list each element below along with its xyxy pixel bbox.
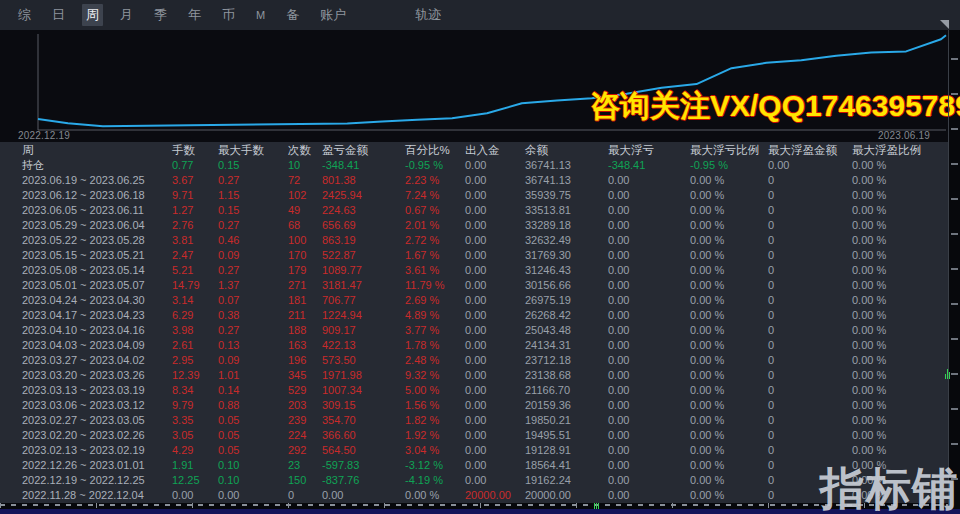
cell: 0.00 <box>608 203 690 218</box>
chart-start-date: 2022.12.19 <box>18 130 70 141</box>
cell: 1.37 <box>218 278 288 293</box>
cell: 3.77 % <box>405 323 465 338</box>
cell: 2.01 % <box>405 218 465 233</box>
cell: 0 <box>768 173 852 188</box>
cell: 0.10 <box>218 473 288 488</box>
cell: 3.35 <box>172 413 218 428</box>
cell: 0.00 % <box>690 173 768 188</box>
cell: 239 <box>288 413 322 428</box>
menu-item-币[interactable]: 币 <box>218 4 239 26</box>
menu-item-周[interactable]: 周 <box>82 4 103 26</box>
cell: 345 <box>288 368 322 383</box>
cell: 0.00 % <box>690 203 768 218</box>
cell: 0.14 <box>218 383 288 398</box>
table-row[interactable]: 2023.04.24 ~ 2023.04.303.140.07181706.77… <box>0 293 948 308</box>
cell: 25043.48 <box>525 323 608 338</box>
cell: 102 <box>288 188 322 203</box>
bottom-scrollbar[interactable] <box>0 509 960 514</box>
table-row[interactable]: 2023.03.06 ~ 2023.03.129.790.88203309.15… <box>0 398 948 413</box>
cell: 0.00 <box>465 398 525 413</box>
table-row[interactable]: 2023.04.17 ~ 2023.04.236.290.382111224.9… <box>0 308 948 323</box>
cell: 0.00 <box>608 488 690 503</box>
cell: 2.47 <box>172 248 218 263</box>
cell: 21166.70 <box>525 383 608 398</box>
cell: 271 <box>288 278 322 293</box>
cell: 0 <box>288 488 322 503</box>
cell: 0 <box>768 188 852 203</box>
cell: 0.00 % <box>690 383 768 398</box>
cell: 3.67 <box>172 173 218 188</box>
cell: 656.69 <box>322 218 405 233</box>
cell: 33289.18 <box>525 218 608 233</box>
table-row[interactable]: 2023.06.12 ~ 2023.06.189.711.151022425.9… <box>0 188 948 203</box>
table-row[interactable]: 2023.03.13 ~ 2023.03.198.340.145291007.3… <box>0 383 948 398</box>
menu-item-备[interactable]: 备 <box>282 4 303 26</box>
cell: 0.05 <box>218 413 288 428</box>
cell: 0 <box>768 278 852 293</box>
cell: 0 <box>768 293 852 308</box>
cell: 0.00 % <box>690 248 768 263</box>
cell: 20000.00 <box>465 488 525 503</box>
cell: 0.27 <box>218 323 288 338</box>
table-row[interactable]: 2023.05.22 ~ 2023.05.283.810.46100863.19… <box>0 233 948 248</box>
table-row[interactable]: 2022.12.19 ~ 2022.12.2512.250.10150-837.… <box>0 473 948 488</box>
table-row[interactable]: 持仓0.770.1510-348.41-0.95 %0.0036741.13-3… <box>0 158 948 173</box>
table-row[interactable]: 2023.05.08 ~ 2023.05.145.210.271791089.7… <box>0 263 948 278</box>
menu-item-轨迹[interactable]: 轨迹 <box>411 4 445 26</box>
cell: 196 <box>288 353 322 368</box>
scroll-corner-arrow-icon[interactable] <box>940 20 949 29</box>
cell: 20000.00 <box>525 488 608 503</box>
cell: 170 <box>288 248 322 263</box>
column-header: 手数 <box>172 142 218 158</box>
cell: 0.00 % <box>852 368 948 383</box>
cell: 0.00 % <box>690 458 768 473</box>
cell: 0.05 <box>218 428 288 443</box>
table-row[interactable]: 2022.12.26 ~ 2023.01.011.910.1023-597.83… <box>0 458 948 473</box>
cell: 1971.98 <box>322 368 405 383</box>
table-row[interactable]: 2023.04.10 ~ 2023.04.163.980.27188909.17… <box>0 323 948 338</box>
cell: 0.00 <box>608 473 690 488</box>
cell: 0.00 <box>608 383 690 398</box>
cell: 0 <box>768 353 852 368</box>
table-row[interactable]: 2023.03.20 ~ 2023.03.2612.391.013451971.… <box>0 368 948 383</box>
menu-item-季[interactable]: 季 <box>150 4 171 26</box>
menu-item-综[interactable]: 综 <box>14 4 35 26</box>
row-period: 2023.05.22 ~ 2023.05.28 <box>22 233 172 248</box>
table-row[interactable]: 2023.05.15 ~ 2023.05.212.470.09170522.87… <box>0 248 948 263</box>
table-row[interactable]: 2023.06.19 ~ 2023.06.253.670.2772801.382… <box>0 173 948 188</box>
cell: 3.05 <box>172 428 218 443</box>
cell: 31246.43 <box>525 263 608 278</box>
table-row[interactable]: 2023.02.13 ~ 2023.02.194.290.05292564.50… <box>0 443 948 458</box>
table-row[interactable]: 2023.02.27 ~ 2023.03.053.350.05239354.70… <box>0 413 948 428</box>
cell: 2.76 <box>172 218 218 233</box>
cell: 0 <box>768 428 852 443</box>
cell: 0.00 % <box>690 353 768 368</box>
cell: 0.27 <box>218 218 288 233</box>
cell: -0.95 % <box>405 158 465 173</box>
cell: 19162.24 <box>525 473 608 488</box>
cell: 0.00 % <box>690 278 768 293</box>
cell: 20159.36 <box>525 398 608 413</box>
table-row[interactable]: 2023.05.29 ~ 2023.06.042.760.2768656.692… <box>0 218 948 233</box>
row-period: 2023.04.24 ~ 2023.04.30 <box>22 293 172 308</box>
cell: 0.00 <box>465 278 525 293</box>
table-row[interactable]: 2023.03.27 ~ 2023.04.022.950.09196573.50… <box>0 353 948 368</box>
row-period: 2023.05.08 ~ 2023.05.14 <box>22 263 172 278</box>
table-row[interactable]: 2023.05.01 ~ 2023.05.0714.791.372713181.… <box>0 278 948 293</box>
table-row[interactable]: 2022.11.28 ~ 2022.12.040.000.0000.000.00… <box>0 488 948 503</box>
menu-item-M[interactable]: M <box>252 4 269 26</box>
table-row[interactable]: 2023.06.05 ~ 2023.06.111.270.1549224.630… <box>0 203 948 218</box>
cell: 0.15 <box>218 203 288 218</box>
menu-item-年[interactable]: 年 <box>184 4 205 26</box>
menu-item-日[interactable]: 日 <box>48 4 69 26</box>
cell: 0.00 % <box>852 278 948 293</box>
cell: 0.05 <box>218 443 288 458</box>
menu-item-月[interactable]: 月 <box>116 4 137 26</box>
cell: 7.24 % <box>405 188 465 203</box>
menu-item-账户[interactable]: 账户 <box>316 4 350 26</box>
table-row[interactable]: 2023.02.20 ~ 2023.02.263.050.05224366.60… <box>0 428 948 443</box>
column-header: 最大浮亏比例 <box>690 142 768 158</box>
table-row[interactable]: 2023.04.03 ~ 2023.04.092.610.13163422.13… <box>0 338 948 353</box>
cell: 0.00 <box>608 173 690 188</box>
cell: 49 <box>288 203 322 218</box>
